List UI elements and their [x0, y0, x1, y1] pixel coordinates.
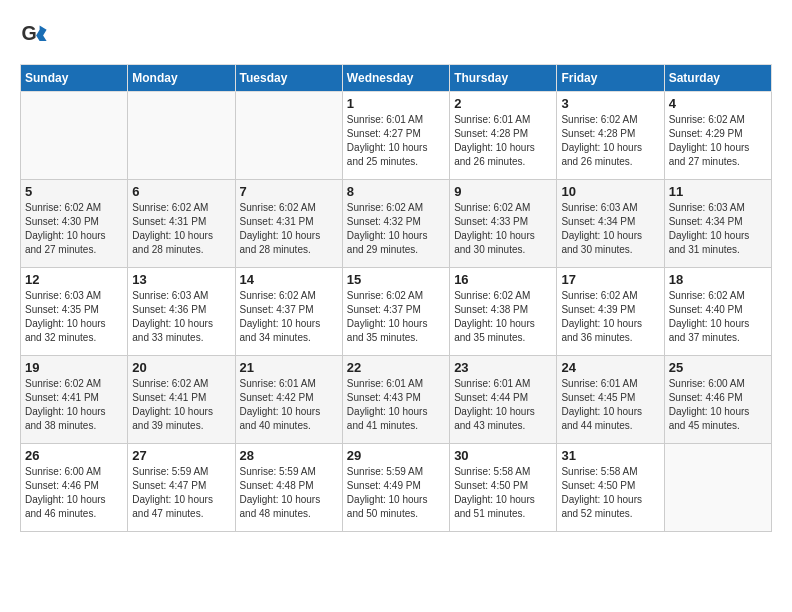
calendar-cell: 18Sunrise: 6:02 AM Sunset: 4:40 PM Dayli…: [664, 268, 771, 356]
day-info: Sunrise: 6:02 AM Sunset: 4:37 PM Dayligh…: [347, 289, 445, 345]
day-number: 14: [240, 272, 338, 287]
calendar-cell: 30Sunrise: 5:58 AM Sunset: 4:50 PM Dayli…: [450, 444, 557, 532]
day-info: Sunrise: 6:03 AM Sunset: 4:35 PM Dayligh…: [25, 289, 123, 345]
calendar-cell: 17Sunrise: 6:02 AM Sunset: 4:39 PM Dayli…: [557, 268, 664, 356]
week-row-2: 5Sunrise: 6:02 AM Sunset: 4:30 PM Daylig…: [21, 180, 772, 268]
day-header-tuesday: Tuesday: [235, 65, 342, 92]
day-number: 8: [347, 184, 445, 199]
day-info: Sunrise: 6:00 AM Sunset: 4:46 PM Dayligh…: [25, 465, 123, 521]
day-number: 7: [240, 184, 338, 199]
calendar-cell: 14Sunrise: 6:02 AM Sunset: 4:37 PM Dayli…: [235, 268, 342, 356]
day-number: 13: [132, 272, 230, 287]
calendar-cell: [235, 92, 342, 180]
day-number: 4: [669, 96, 767, 111]
day-number: 31: [561, 448, 659, 463]
calendar-cell: [664, 444, 771, 532]
day-number: 11: [669, 184, 767, 199]
day-info: Sunrise: 6:02 AM Sunset: 4:40 PM Dayligh…: [669, 289, 767, 345]
day-info: Sunrise: 5:58 AM Sunset: 4:50 PM Dayligh…: [454, 465, 552, 521]
page-header: G: [20, 20, 772, 48]
day-header-friday: Friday: [557, 65, 664, 92]
calendar-cell: 27Sunrise: 5:59 AM Sunset: 4:47 PM Dayli…: [128, 444, 235, 532]
calendar-cell: 9Sunrise: 6:02 AM Sunset: 4:33 PM Daylig…: [450, 180, 557, 268]
calendar-cell: [128, 92, 235, 180]
week-row-4: 19Sunrise: 6:02 AM Sunset: 4:41 PM Dayli…: [21, 356, 772, 444]
calendar-cell: 6Sunrise: 6:02 AM Sunset: 4:31 PM Daylig…: [128, 180, 235, 268]
logo-icon: G: [20, 20, 48, 48]
calendar-cell: 10Sunrise: 6:03 AM Sunset: 4:34 PM Dayli…: [557, 180, 664, 268]
calendar-cell: 2Sunrise: 6:01 AM Sunset: 4:28 PM Daylig…: [450, 92, 557, 180]
day-info: Sunrise: 6:02 AM Sunset: 4:41 PM Dayligh…: [25, 377, 123, 433]
calendar-cell: 3Sunrise: 6:02 AM Sunset: 4:28 PM Daylig…: [557, 92, 664, 180]
day-number: 19: [25, 360, 123, 375]
day-info: Sunrise: 6:02 AM Sunset: 4:38 PM Dayligh…: [454, 289, 552, 345]
day-number: 28: [240, 448, 338, 463]
day-info: Sunrise: 6:02 AM Sunset: 4:28 PM Dayligh…: [561, 113, 659, 169]
calendar-cell: 5Sunrise: 6:02 AM Sunset: 4:30 PM Daylig…: [21, 180, 128, 268]
calendar-cell: 19Sunrise: 6:02 AM Sunset: 4:41 PM Dayli…: [21, 356, 128, 444]
day-info: Sunrise: 6:02 AM Sunset: 4:33 PM Dayligh…: [454, 201, 552, 257]
day-number: 18: [669, 272, 767, 287]
day-number: 17: [561, 272, 659, 287]
day-number: 12: [25, 272, 123, 287]
day-info: Sunrise: 6:02 AM Sunset: 4:32 PM Dayligh…: [347, 201, 445, 257]
day-info: Sunrise: 5:59 AM Sunset: 4:47 PM Dayligh…: [132, 465, 230, 521]
calendar-cell: 21Sunrise: 6:01 AM Sunset: 4:42 PM Dayli…: [235, 356, 342, 444]
day-header-monday: Monday: [128, 65, 235, 92]
day-header-thursday: Thursday: [450, 65, 557, 92]
day-number: 15: [347, 272, 445, 287]
day-header-sunday: Sunday: [21, 65, 128, 92]
day-info: Sunrise: 5:59 AM Sunset: 4:48 PM Dayligh…: [240, 465, 338, 521]
day-number: 2: [454, 96, 552, 111]
day-header-saturday: Saturday: [664, 65, 771, 92]
day-info: Sunrise: 6:01 AM Sunset: 4:28 PM Dayligh…: [454, 113, 552, 169]
day-info: Sunrise: 6:02 AM Sunset: 4:29 PM Dayligh…: [669, 113, 767, 169]
calendar-cell: 1Sunrise: 6:01 AM Sunset: 4:27 PM Daylig…: [342, 92, 449, 180]
calendar-cell: [21, 92, 128, 180]
day-number: 24: [561, 360, 659, 375]
day-info: Sunrise: 6:03 AM Sunset: 4:34 PM Dayligh…: [561, 201, 659, 257]
day-number: 6: [132, 184, 230, 199]
day-number: 16: [454, 272, 552, 287]
day-number: 3: [561, 96, 659, 111]
day-number: 25: [669, 360, 767, 375]
calendar-cell: 26Sunrise: 6:00 AM Sunset: 4:46 PM Dayli…: [21, 444, 128, 532]
day-number: 23: [454, 360, 552, 375]
calendar-cell: 28Sunrise: 5:59 AM Sunset: 4:48 PM Dayli…: [235, 444, 342, 532]
calendar-cell: 22Sunrise: 6:01 AM Sunset: 4:43 PM Dayli…: [342, 356, 449, 444]
day-info: Sunrise: 6:02 AM Sunset: 4:30 PM Dayligh…: [25, 201, 123, 257]
day-info: Sunrise: 6:00 AM Sunset: 4:46 PM Dayligh…: [669, 377, 767, 433]
calendar-cell: 31Sunrise: 5:58 AM Sunset: 4:50 PM Dayli…: [557, 444, 664, 532]
day-number: 26: [25, 448, 123, 463]
day-number: 21: [240, 360, 338, 375]
day-number: 20: [132, 360, 230, 375]
day-info: Sunrise: 6:03 AM Sunset: 4:36 PM Dayligh…: [132, 289, 230, 345]
day-number: 27: [132, 448, 230, 463]
day-info: Sunrise: 5:58 AM Sunset: 4:50 PM Dayligh…: [561, 465, 659, 521]
day-info: Sunrise: 6:03 AM Sunset: 4:34 PM Dayligh…: [669, 201, 767, 257]
calendar-cell: 20Sunrise: 6:02 AM Sunset: 4:41 PM Dayli…: [128, 356, 235, 444]
calendar-cell: 4Sunrise: 6:02 AM Sunset: 4:29 PM Daylig…: [664, 92, 771, 180]
calendar-cell: 8Sunrise: 6:02 AM Sunset: 4:32 PM Daylig…: [342, 180, 449, 268]
day-info: Sunrise: 6:02 AM Sunset: 4:39 PM Dayligh…: [561, 289, 659, 345]
logo: G: [20, 20, 52, 48]
week-row-1: 1Sunrise: 6:01 AM Sunset: 4:27 PM Daylig…: [21, 92, 772, 180]
day-number: 10: [561, 184, 659, 199]
day-info: Sunrise: 6:01 AM Sunset: 4:42 PM Dayligh…: [240, 377, 338, 433]
calendar-cell: 16Sunrise: 6:02 AM Sunset: 4:38 PM Dayli…: [450, 268, 557, 356]
day-info: Sunrise: 6:02 AM Sunset: 4:37 PM Dayligh…: [240, 289, 338, 345]
day-number: 29: [347, 448, 445, 463]
day-info: Sunrise: 6:01 AM Sunset: 4:45 PM Dayligh…: [561, 377, 659, 433]
calendar-cell: 13Sunrise: 6:03 AM Sunset: 4:36 PM Dayli…: [128, 268, 235, 356]
calendar-header-row: SundayMondayTuesdayWednesdayThursdayFrid…: [21, 65, 772, 92]
day-info: Sunrise: 6:02 AM Sunset: 4:41 PM Dayligh…: [132, 377, 230, 433]
day-info: Sunrise: 5:59 AM Sunset: 4:49 PM Dayligh…: [347, 465, 445, 521]
day-number: 22: [347, 360, 445, 375]
calendar-cell: 24Sunrise: 6:01 AM Sunset: 4:45 PM Dayli…: [557, 356, 664, 444]
day-info: Sunrise: 6:02 AM Sunset: 4:31 PM Dayligh…: [240, 201, 338, 257]
calendar-cell: 15Sunrise: 6:02 AM Sunset: 4:37 PM Dayli…: [342, 268, 449, 356]
calendar-cell: 7Sunrise: 6:02 AM Sunset: 4:31 PM Daylig…: [235, 180, 342, 268]
calendar-cell: 12Sunrise: 6:03 AM Sunset: 4:35 PM Dayli…: [21, 268, 128, 356]
svg-marker-1: [36, 26, 47, 41]
calendar-cell: 25Sunrise: 6:00 AM Sunset: 4:46 PM Dayli…: [664, 356, 771, 444]
